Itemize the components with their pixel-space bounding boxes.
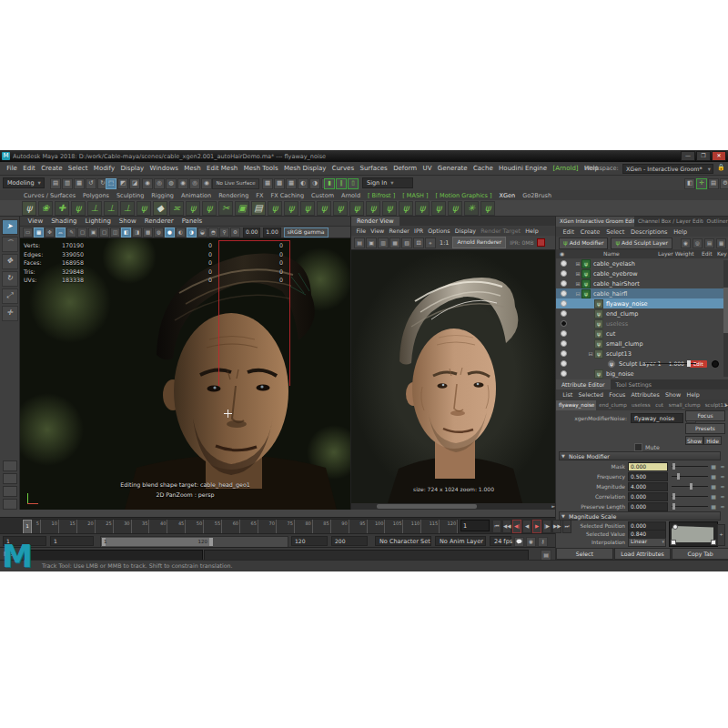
render-toolbar-icon[interactable]: ◐: [298, 178, 308, 189]
menu-item[interactable]: File: [4, 165, 20, 172]
groom-editor-menu-item[interactable]: Descriptions: [628, 228, 671, 236]
file-toolbar-icon[interactable]: ▦: [74, 178, 85, 189]
map-texture-icon[interactable]: ▦: [710, 503, 717, 510]
add-sculpt-layer-button[interactable]: ψAdd Sculpt Layer: [611, 238, 672, 249]
shelf-tab[interactable]: FX Caching: [268, 192, 308, 199]
current-frame-field[interactable]: 1: [460, 520, 490, 531]
shelf-tab[interactable]: XGen: [496, 192, 520, 199]
shelf-tab[interactable]: [ Bifrost ]: [364, 192, 399, 199]
selection-mode-icon[interactable]: ◩: [117, 178, 128, 189]
menu-item[interactable]: Edit Mesh: [204, 165, 241, 172]
shelf-tab[interactable]: Rigging: [147, 192, 177, 199]
visibility-dot-icon[interactable]: [561, 300, 567, 307]
groom-editor-menu-item[interactable]: Edit: [560, 228, 577, 236]
attribute-editor-menu-item[interactable]: Help: [683, 391, 703, 398]
playback-option-icon[interactable]: ◉: [526, 537, 536, 547]
anim-layer-dropdown[interactable]: No Anim Layer: [435, 536, 486, 546]
map-texture-icon[interactable]: ▦: [710, 493, 717, 500]
groom-editor-mini-icon[interactable]: ▦: [716, 238, 726, 248]
viewport-toolbar-icon[interactable]: ▦: [34, 228, 44, 238]
ramp-handle[interactable]: [672, 524, 678, 530]
tree-row[interactable]: ψ flyaway_noise: [556, 298, 728, 308]
zoom-ratio-button[interactable]: 1:1: [440, 239, 449, 247]
menu-item[interactable]: Create: [38, 165, 66, 172]
viewport-toolbar-icon[interactable]: ▣: [88, 228, 98, 238]
shelf-tab[interactable]: [ Motion Graphics ]: [432, 192, 496, 199]
xgen-shelf-icon[interactable]: ✳: [464, 201, 479, 216]
file-toolbar-icon[interactable]: ▥: [62, 178, 73, 189]
key-dot-icon[interactable]: [712, 360, 719, 368]
xgen-shelf-icon[interactable]: ◆: [153, 201, 167, 216]
node-label[interactable]: useless: [606, 320, 628, 328]
menu-item[interactable]: Edit: [20, 165, 38, 172]
tool-icon[interactable]: ➤: [2, 219, 18, 235]
viewport-toolbar-icon[interactable]: ✜: [45, 228, 55, 238]
groom-editor-mini-icon[interactable]: ◉: [681, 238, 691, 248]
selection-mode-icon[interactable]: ⬚: [106, 178, 116, 189]
viewport-menu-item[interactable]: Renderer: [140, 217, 177, 225]
ipr-stop-icon[interactable]: [537, 238, 545, 247]
menu-item[interactable]: Mesh Display: [281, 165, 329, 172]
shelf-tab[interactable]: Curves / Surfaces: [20, 192, 79, 199]
render-view-menu-item[interactable]: IPR: [411, 228, 425, 234]
tree-row[interactable]: ψ big_noise: [556, 369, 728, 379]
lock-workspace-icon[interactable]: 🔒: [717, 164, 725, 171]
sidebar-toggle-icon[interactable]: ◧: [684, 178, 695, 189]
menu-item[interactable]: Houdini Engine: [496, 165, 550, 172]
render-view-toolbar-icon[interactable]: ⌖: [425, 238, 436, 248]
viewport-toolbar-icon[interactable]: ◧: [121, 228, 131, 238]
render-view-menu-item[interactable]: Display: [452, 228, 478, 234]
map-texture-icon[interactable]: ▦: [710, 483, 717, 490]
attribute-editor-menu-item[interactable]: Attributes: [628, 391, 662, 398]
render-view-hscrollbar[interactable]: ►: [351, 503, 556, 510]
node-tab[interactable]: sculpt13: [703, 400, 728, 410]
param-slider[interactable]: [672, 493, 708, 500]
maximize-button[interactable]: ❐: [696, 151, 711, 161]
playback-button[interactable]: ▶▶: [552, 520, 561, 533]
sidebar-toggle-icon[interactable]: ▤: [708, 178, 719, 189]
tree-row[interactable]: ψ cut: [556, 329, 728, 339]
xgen-shelf-icon[interactable]: ψ: [431, 201, 446, 216]
focus-button[interactable]: Focus: [685, 410, 725, 421]
magnitude-ramp-widget[interactable]: +: [669, 521, 718, 547]
xgen-shelf-icon[interactable]: ≍: [169, 201, 184, 216]
menu-set-dropdown[interactable]: Modeling▾: [3, 177, 45, 188]
node-label[interactable]: cable_hairShort: [593, 280, 640, 288]
sign-in-dropdown[interactable]: Sign In▾: [362, 177, 413, 188]
viewport-toolbar-icon[interactable]: ◑: [187, 228, 197, 238]
node-label[interactable]: flyaway_noise: [606, 300, 648, 308]
viewport-toolbar-icon[interactable]: ⚙: [230, 228, 240, 238]
slider-handle[interactable]: [690, 483, 693, 490]
param-slider[interactable]: [672, 483, 708, 490]
viewport-toolbar-icon[interactable]: ◍: [154, 228, 164, 238]
render-view-toolbar-icon[interactable]: ▧: [401, 238, 412, 248]
viewport-menu-item[interactable]: Lighting: [81, 217, 115, 225]
show-button[interactable]: Show: [685, 436, 703, 445]
tree-row[interactable]: ψ end_clump: [556, 308, 728, 318]
tool-icon[interactable]: ↻: [2, 271, 18, 287]
expand-toggle-icon[interactable]: [574, 270, 581, 277]
title-bar[interactable]: M Autodesk Maya 2018: D:/work/Cable-maya…: [0, 150, 728, 162]
ramp-handle[interactable]: [671, 540, 676, 545]
render-view-menu-item[interactable]: View: [369, 228, 387, 234]
tree-row[interactable]: ψ Sculpt Layer 1 1.000 Edit: [556, 359, 728, 369]
render-view-menu-item[interactable]: Options: [426, 228, 452, 234]
playback-button[interactable]: ⏭: [562, 520, 571, 533]
shelf-tab[interactable]: [ MASH ]: [399, 192, 431, 199]
expand-toggle-icon[interactable]: [587, 350, 594, 357]
xgen-shelf-icon[interactable]: ψ: [333, 201, 348, 216]
sidebar-toggle-icon[interactable]: ✛: [696, 178, 707, 189]
viewport-toolbar-icon[interactable]: ◓: [208, 228, 218, 238]
attribute-editor-menu-item[interactable]: List: [560, 391, 575, 398]
groom-editor-menu-item[interactable]: Select: [603, 228, 628, 236]
load-attributes-button[interactable]: Load Attributes: [614, 548, 672, 560]
render-view-menu-item[interactable]: Render: [387, 228, 412, 234]
menu-item[interactable]: UV: [420, 165, 434, 172]
toolkit-icon[interactable]: ▯: [348, 178, 359, 189]
playback-button[interactable]: |▶: [542, 520, 551, 533]
shelf-tab[interactable]: Sculpting: [113, 192, 147, 199]
playback-option-icon[interactable]: 💬: [514, 537, 524, 547]
tree-row[interactable]: ψ cable_eyelash: [556, 258, 728, 268]
panel-tab[interactable]: Outliner: [703, 217, 728, 227]
toolkit-icon[interactable]: ▮: [324, 178, 335, 189]
